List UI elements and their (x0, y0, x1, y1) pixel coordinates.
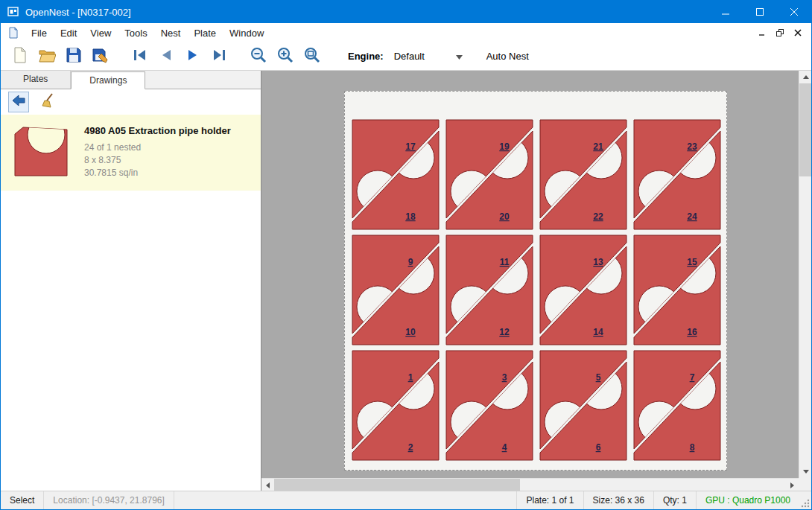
mdi-restore-button[interactable] (773, 26, 787, 39)
nested-pair: 1112 (446, 235, 533, 345)
part-thumbnail (11, 124, 71, 182)
new-button[interactable] (7, 45, 34, 68)
toolbar: Engine: Default Auto Nest (1, 42, 811, 71)
save-edit-icon (92, 46, 110, 67)
main-area: Plates Drawings (1, 71, 811, 491)
menu-plate[interactable]: Plate (187, 23, 223, 42)
scrollbar-corner (799, 478, 811, 491)
menu-tools[interactable]: Tools (118, 23, 153, 42)
part-number-label: 10 (405, 327, 416, 337)
drawing-list-item[interactable]: 4980 A05 Extraction pipe holder 24 of 1 … (1, 115, 261, 191)
part-number-label: 11 (500, 257, 510, 267)
open-button[interactable] (34, 45, 60, 68)
part-number-label: 14 (593, 327, 603, 337)
scroll-right-icon[interactable] (786, 479, 799, 491)
part-number-label: 5 (596, 372, 601, 383)
nested-pair: 910 (352, 235, 439, 345)
nested-pair: 12 (352, 351, 439, 460)
engine-select[interactable]: Default (390, 48, 467, 66)
part-number-label: 15 (687, 257, 697, 267)
zoom-fit-icon (303, 46, 321, 67)
vertical-scrollbar[interactable] (799, 71, 811, 478)
minimize-button[interactable] (708, 1, 743, 23)
statusbar: Select Location: [-0.9437, 21.8796] Plat… (1, 491, 811, 509)
nest-drawing: 171819202122232491011121314151612345678 (345, 92, 726, 470)
menu-view[interactable]: View (83, 23, 118, 42)
vertical-scrollbar-thumb[interactable] (799, 83, 811, 176)
part-number-label: 22 (593, 211, 603, 222)
scroll-left-icon[interactable] (261, 479, 274, 491)
status-plate: Plate: 1 of 1 (516, 491, 583, 509)
mdi-close-button[interactable] (790, 26, 805, 39)
zoom-out-icon (250, 46, 267, 67)
nested-pair: 1718 (352, 120, 439, 229)
part-number-label: 6 (596, 442, 601, 453)
status-location: Location: [-0.9437, 21.8796] (44, 491, 174, 509)
titlebar: OpenNest - [N0317-002] (1, 1, 811, 23)
auto-nest-button[interactable]: Auto Nest (486, 51, 529, 62)
horizontal-scrollbar[interactable] (261, 478, 799, 491)
mdi-minimize-button[interactable] (755, 26, 770, 39)
zoom-in-icon (276, 46, 294, 67)
maximize-button[interactable] (743, 1, 777, 23)
save-button[interactable] (60, 45, 87, 68)
first-plate-button[interactable] (126, 45, 153, 68)
part-number-label: 4 (502, 442, 507, 453)
part-number-label: 13 (593, 257, 603, 267)
open-folder-icon (38, 46, 56, 67)
go-last-icon (211, 46, 229, 67)
save-as-button[interactable] (87, 45, 114, 68)
scroll-down-icon[interactable] (799, 465, 811, 478)
document-icon (8, 27, 19, 39)
gpu-status: GPU : Quadro P1000 (696, 491, 799, 509)
tab-drawings[interactable]: Drawings (71, 71, 145, 89)
part-number-label: 19 (499, 141, 510, 152)
resize-grip[interactable] (799, 491, 811, 509)
nested-pair: 2122 (540, 120, 627, 229)
part-number-label: 8 (690, 442, 695, 453)
nested-pair: 56 (540, 351, 627, 460)
next-plate-button[interactable] (180, 45, 206, 68)
part-title: 4980 A05 Extraction pipe holder (84, 125, 231, 136)
menu-window[interactable]: Window (223, 23, 270, 42)
nested-pair: 1516 (634, 235, 720, 345)
status-mode: Select (1, 491, 44, 509)
zoom-out-button[interactable] (245, 45, 272, 68)
plate[interactable]: 171819202122232491011121314151612345678 (344, 91, 727, 471)
zoom-in-button[interactable] (272, 45, 299, 68)
part-number-label: 17 (405, 141, 416, 152)
save-icon (65, 46, 83, 67)
close-button[interactable] (777, 1, 811, 23)
nested-pair: 1314 (540, 235, 627, 345)
part-number-label: 1 (408, 372, 413, 383)
menu-nest[interactable]: Nest (154, 23, 188, 42)
clear-drawings-button[interactable] (38, 92, 59, 112)
status-qty: Qty: 1 (653, 491, 696, 509)
menubar: File Edit View Tools Nest Plate Window (1, 23, 811, 42)
part-info: 4980 A05 Extraction pipe holder 24 of 1 … (84, 124, 231, 182)
go-previous-icon (157, 46, 175, 67)
nest-canvas[interactable]: 171819202122232491011121314151612345678 (261, 71, 811, 491)
go-first-icon (130, 46, 148, 67)
part-nested-count: 24 of 1 nested (84, 141, 231, 154)
zoom-fit-button[interactable] (299, 45, 326, 68)
broom-icon (40, 92, 57, 112)
chevron-down-icon (456, 51, 463, 62)
sidebar-tabs: Plates Drawings (1, 71, 261, 89)
horizontal-scrollbar-thumb[interactable] (274, 479, 520, 491)
scroll-up-icon[interactable] (799, 71, 811, 83)
part-number-label: 7 (690, 372, 695, 383)
drawing-list: 4980 A05 Extraction pipe holder 24 of 1 … (1, 115, 261, 491)
mdi-window-controls (755, 26, 811, 39)
import-drawing-button[interactable] (8, 92, 29, 112)
nested-pair: 78 (634, 351, 720, 460)
nested-pair: 2324 (634, 120, 720, 229)
part-number-label: 21 (593, 141, 603, 152)
part-number-label: 3 (502, 372, 507, 383)
previous-plate-button[interactable] (153, 45, 180, 68)
part-area: 30.7815 sq/in (84, 167, 231, 179)
last-plate-button[interactable] (206, 45, 233, 68)
menu-edit[interactable]: Edit (54, 23, 83, 42)
tab-plates[interactable]: Plates (1, 71, 71, 89)
menu-file[interactable]: File (25, 23, 54, 42)
